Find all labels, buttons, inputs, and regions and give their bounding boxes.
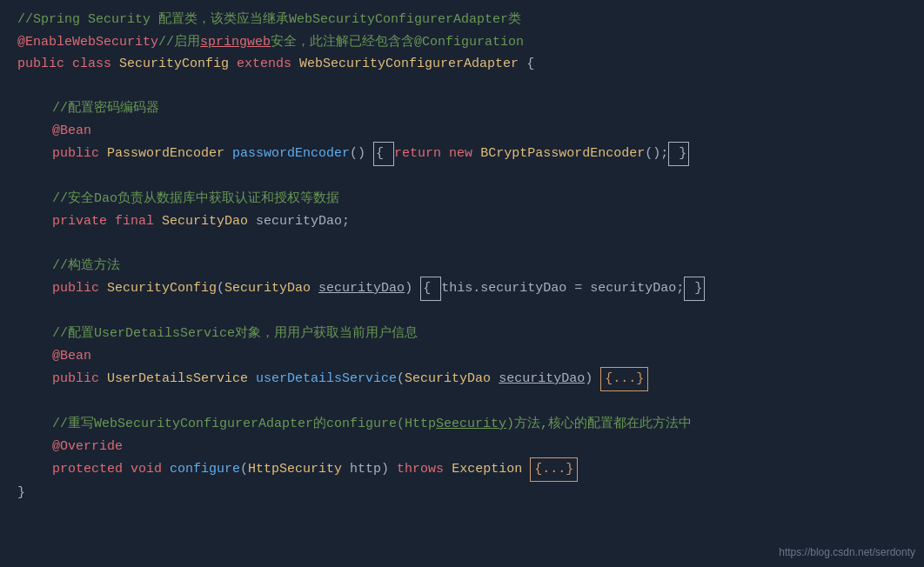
- kw-void-1: void: [131, 458, 170, 481]
- kw-public-class: public class: [17, 53, 119, 76]
- type-passwordencoder: PasswordEncoder: [107, 143, 232, 165]
- code-line-11: [17, 232, 907, 255]
- code-line-12: //构造方法: [17, 255, 907, 277]
- paren-open-3: (: [240, 458, 248, 481]
- type-exception: Exception: [452, 458, 530, 481]
- paren-close-1: ): [405, 277, 420, 300]
- code-line-4: [17, 76, 907, 98]
- type-securitydao-1: SecurityDao: [162, 210, 256, 233]
- code-line-2: @EnableWebSecurity//启用springweb安全，此注解已经包…: [17, 31, 907, 54]
- code-line-8: [17, 166, 907, 189]
- class-bcrypt: BCryptPasswordEncoder: [480, 143, 645, 165]
- brace-close-inline-2: }: [684, 277, 705, 301]
- code-line-19: //重写WebSecurityConfigurerAdapter的configu…: [17, 413, 907, 436]
- class-securityconfig-ctor: SecurityConfig: [107, 277, 217, 300]
- code-line-15: //配置UserDetailsService对象，用用户获取当前用户信息: [17, 323, 907, 345]
- brace-dots-2: {...}: [530, 457, 578, 482]
- code-line-1: //Spring Security 配置类，该类应当继承WebSecurityC…: [17, 9, 907, 31]
- code-line-10: private final SecurityDao securityDao;: [17, 210, 907, 233]
- method-configure: configure: [170, 458, 240, 481]
- brace-open: {: [526, 53, 534, 76]
- code-line-3: public class SecurityConfig extends WebS…: [17, 53, 907, 76]
- annotation-enable: @EnableWebSecurity: [17, 31, 158, 54]
- param-securitydao-1: securityDao: [318, 277, 405, 300]
- code-line-16: @Bean: [17, 345, 907, 368]
- kw-public-1: public: [52, 143, 107, 165]
- comment-4: //安全Dao负责从数据库中获取认证和授权等数据: [52, 188, 339, 210]
- brace-close-main: }: [17, 482, 25, 504]
- parens-1: (): [350, 143, 373, 165]
- code-container: //Spring Security 配置类，该类应当继承WebSecurityC…: [0, 0, 924, 567]
- brace-dots-1: {...}: [600, 367, 648, 391]
- method-userdetailsservice: userDetailsService: [256, 368, 397, 390]
- comment-6: //配置UserDetailsService对象，用用户获取当前用户信息: [52, 323, 418, 345]
- code-line-17: public UserDetailsService userDetailsSer…: [17, 367, 907, 391]
- code-line-14: [17, 301, 907, 324]
- paren-close-2: ): [585, 368, 600, 390]
- type-securitydao-3: SecurityDao: [405, 368, 499, 390]
- code-line-5: //配置密码编码器: [17, 97, 907, 120]
- assign-securitydao: this.securityDao = securityDao;: [441, 277, 684, 300]
- kw-protected: protected: [52, 458, 131, 481]
- kw-throws: throws: [397, 458, 452, 481]
- brace-open-inline-1: {: [373, 142, 394, 166]
- annotation-bean-2: @Bean: [52, 345, 91, 368]
- kw-public-3: public: [52, 368, 107, 390]
- kw-extends: extends: [237, 53, 299, 76]
- code-line-7: public PasswordEncoder passwordEncoder()…: [17, 142, 907, 166]
- annotation-bean-1: @Bean: [52, 120, 91, 143]
- method-passwordencoder: passwordEncoder: [232, 143, 350, 165]
- type-userdetailsservice: UserDetailsService: [107, 368, 256, 390]
- type-securitydao-2: SecurityDao: [224, 277, 318, 300]
- paren-open-2: (: [397, 368, 405, 390]
- watermark: https://blog.csdn.net/serdonty: [779, 546, 915, 558]
- call-bcrypt: ();: [645, 143, 668, 165]
- class-securityconfig: SecurityConfig: [119, 53, 237, 76]
- kw-public-2: public: [52, 277, 107, 300]
- code-line-6: @Bean: [17, 120, 907, 143]
- class-websecurity: WebSecurityConfigurerAdapter: [299, 53, 526, 76]
- code-line-21: protected void configure(HttpSecurity ht…: [17, 457, 907, 482]
- comment-2: //启用springweb安全，此注解已经包含含@Configuration: [158, 31, 524, 54]
- comment-1: //Spring Security 配置类，该类应当继承WebSecurityC…: [17, 9, 521, 31]
- annotation-override: @Override: [52, 436, 123, 458]
- code-line-22: }: [17, 482, 907, 504]
- field-securitydao: securityDao;: [256, 210, 350, 233]
- code-line-20: @Override: [17, 436, 907, 458]
- type-httpsecurity: HttpSecurity: [248, 458, 350, 481]
- comment-5: //构造方法: [52, 255, 120, 277]
- comment-7: //重写WebSecurityConfigurerAdapter的configu…: [52, 413, 692, 436]
- comment-3: //配置密码编码器: [52, 97, 159, 120]
- brace-open-inline-2: {: [420, 277, 441, 301]
- code-line-13: public SecurityConfig(SecurityDao securi…: [17, 277, 907, 301]
- param-http: http): [350, 458, 397, 481]
- paren-open-1: (: [217, 277, 224, 300]
- kw-return-new-1: return new: [394, 143, 480, 165]
- param-securitydao-2: securityDao: [499, 368, 585, 390]
- kw-private-final: private final: [52, 210, 162, 233]
- code-line-18: [17, 391, 907, 414]
- code-line-9: //安全Dao负责从数据库中获取认证和授权等数据: [17, 188, 907, 210]
- brace-close-inline-1: }: [668, 142, 689, 166]
